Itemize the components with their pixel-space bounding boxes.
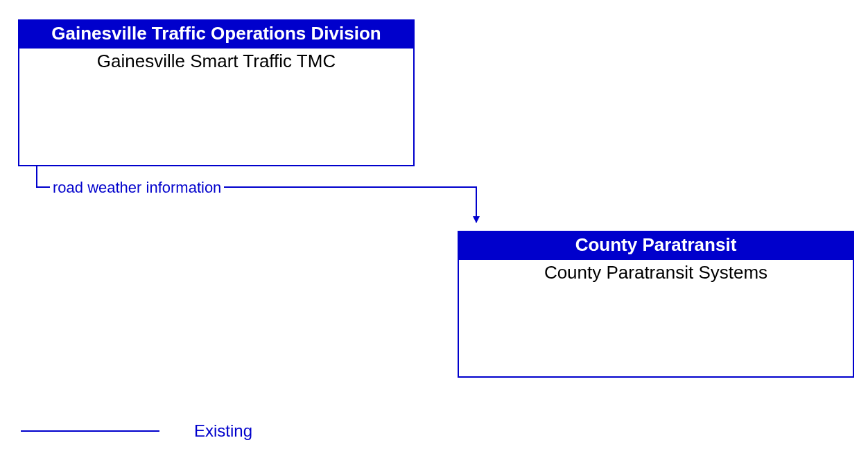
node-gainesville-tmc: Gainesville Traffic Operations Division …	[18, 19, 415, 166]
node-header-gainesville-tmc: Gainesville Traffic Operations Division	[19, 21, 413, 49]
legend-label-existing: Existing	[194, 421, 252, 441]
node-county-paratransit: County Paratransit County Paratransit Sy…	[458, 231, 854, 378]
node-body-gainesville-tmc: Gainesville Smart Traffic TMC	[19, 49, 413, 75]
node-body-county-paratransit: County Paratransit Systems	[459, 260, 853, 286]
node-header-county-paratransit: County Paratransit	[459, 232, 853, 260]
flow-label-road-weather-information: road weather information	[50, 179, 224, 197]
